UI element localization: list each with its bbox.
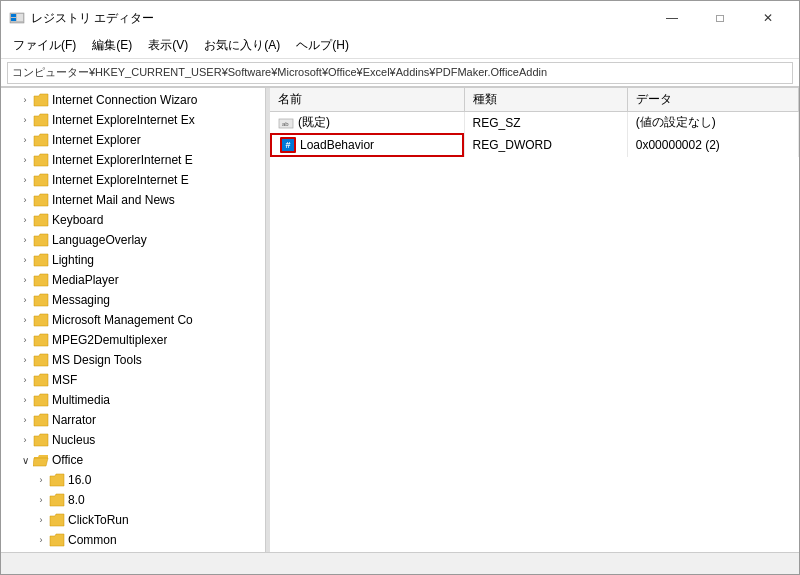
tree-item-office[interactable]: ∨ Office	[1, 450, 265, 470]
expand-icon[interactable]: ›	[17, 272, 33, 288]
tree-item-internet-mail[interactable]: › Internet Mail and News	[1, 190, 265, 210]
expand-icon[interactable]: ›	[33, 492, 49, 508]
expand-icon[interactable]: ›	[17, 232, 33, 248]
expand-icon[interactable]: ›	[33, 512, 49, 528]
expand-icon[interactable]: ›	[17, 312, 33, 328]
tree-panel[interactable]: › Internet Connection Wizaro › Internet …	[1, 88, 266, 552]
expand-icon[interactable]: ›	[17, 192, 33, 208]
expand-icon[interactable]: ›	[17, 372, 33, 388]
menu-help[interactable]: ヘルプ(H)	[288, 35, 357, 56]
expand-icon[interactable]: ∨	[17, 452, 33, 468]
table-row-load-behavior[interactable]: # LoadBehavior REG_DWORD 0x00000002 (2)	[270, 133, 799, 157]
folder-icon	[33, 93, 49, 107]
cell-type-load-behavior: REG_DWORD	[464, 133, 627, 157]
folder-icon	[33, 393, 49, 407]
menu-edit[interactable]: 編集(E)	[84, 35, 140, 56]
tree-item-ms-design-tools[interactable]: › MS Design Tools	[1, 350, 265, 370]
tree-item-ie-ex3[interactable]: › Internet ExploreInternet E	[1, 170, 265, 190]
folder-icon	[33, 153, 49, 167]
expand-icon[interactable]: ›	[17, 132, 33, 148]
tree-item-nucleus[interactable]: › Nucleus	[1, 430, 265, 450]
tree-item-narrator[interactable]: › Narrator	[1, 410, 265, 430]
expand-icon[interactable]: ›	[17, 292, 33, 308]
cell-data-load-behavior: 0x00000002 (2)	[627, 133, 798, 157]
tree-label: LanguageOverlay	[52, 233, 147, 247]
right-panel-scroll[interactable]: 名前 種類 データ ab	[270, 88, 799, 552]
tree-item-messaging[interactable]: › Messaging	[1, 290, 265, 310]
menu-view[interactable]: 表示(V)	[140, 35, 196, 56]
folder-icon	[33, 173, 49, 187]
tree-item-microsoft-mgmt[interactable]: › Microsoft Management Co	[1, 310, 265, 330]
expand-icon[interactable]: ›	[17, 252, 33, 268]
tree-label: Microsoft Management Co	[52, 313, 193, 327]
tree-item-lighting[interactable]: › Lighting	[1, 250, 265, 270]
cell-name-text: (既定)	[298, 114, 330, 131]
menu-file[interactable]: ファイル(F)	[5, 35, 84, 56]
folder-icon	[49, 493, 65, 507]
expand-icon[interactable]: ›	[17, 432, 33, 448]
tree-item-ie-ex1[interactable]: › Internet ExploreInternet Ex	[1, 110, 265, 130]
tree-item-mediaplayer[interactable]: › MediaPlayer	[1, 270, 265, 290]
tree-label: Internet Connection Wizaro	[52, 93, 197, 107]
tree-label: Lighting	[52, 253, 94, 267]
expand-icon[interactable]: ›	[17, 212, 33, 228]
address-path[interactable]: コンピューター¥HKEY_CURRENT_USER¥Software¥Micro…	[7, 62, 793, 84]
expand-icon[interactable]: ›	[17, 412, 33, 428]
app-icon	[9, 10, 25, 26]
menu-favorites[interactable]: お気に入り(A)	[196, 35, 288, 56]
expand-icon[interactable]: ›	[17, 332, 33, 348]
tree-item-office-16[interactable]: › 16.0	[1, 470, 265, 490]
window-title: レジストリ エディター	[31, 10, 154, 27]
tree-item-internet-connection-wizard[interactable]: › Internet Connection Wizaro	[1, 90, 265, 110]
svg-text:ab: ab	[282, 121, 289, 127]
tree-label: 8.0	[68, 493, 85, 507]
folder-icon	[33, 133, 49, 147]
col-header-type[interactable]: 種類	[464, 88, 627, 112]
tree-item-msf[interactable]: › MSF	[1, 370, 265, 390]
svg-rect-3	[17, 14, 23, 21]
svg-rect-1	[11, 14, 16, 17]
tree-item-multimedia[interactable]: › Multimedia	[1, 390, 265, 410]
expand-icon[interactable]: ›	[17, 352, 33, 368]
tree-label: MediaPlayer	[52, 273, 119, 287]
expand-icon[interactable]: ›	[17, 152, 33, 168]
expand-icon[interactable]: ›	[17, 92, 33, 108]
svg-rect-2	[11, 18, 16, 21]
right-panel: 名前 種類 データ ab	[270, 88, 799, 552]
registry-table: 名前 種類 データ ab	[270, 88, 799, 157]
folder-icon	[33, 433, 49, 447]
expand-icon[interactable]: ›	[17, 172, 33, 188]
table-row[interactable]: ab (既定) REG_SZ (値の設定なし)	[270, 112, 799, 134]
tree-label: Internet ExploreInternet E	[52, 173, 189, 187]
expand-icon[interactable]: ›	[17, 392, 33, 408]
title-bar-left: レジストリ エディター	[9, 10, 154, 27]
title-bar-controls: — □ ✕	[649, 6, 791, 30]
cell-type: REG_SZ	[464, 112, 627, 134]
expand-icon[interactable]: ›	[33, 472, 49, 488]
folder-icon	[33, 193, 49, 207]
close-button[interactable]: ✕	[745, 6, 791, 30]
cell-name-load-behavior: # LoadBehavior	[270, 133, 464, 157]
tree-item-language-overlay[interactable]: › LanguageOverlay	[1, 230, 265, 250]
tree-label: ClickToRun	[68, 513, 129, 527]
folder-icon	[49, 473, 65, 487]
address-bar: コンピューター¥HKEY_CURRENT_USER¥Software¥Micro…	[1, 59, 799, 87]
tree-item-clicktorun[interactable]: › ClickToRun	[1, 510, 265, 530]
col-header-name[interactable]: 名前	[270, 88, 464, 112]
maximize-button[interactable]: □	[697, 6, 743, 30]
dword-icon: #	[280, 137, 296, 153]
tree-item-ie[interactable]: › Internet Explorer	[1, 130, 265, 150]
tree-label: Multimedia	[52, 393, 110, 407]
tree-item-ie-ex2[interactable]: › Internet ExplorerInternet E	[1, 150, 265, 170]
col-header-data[interactable]: データ	[627, 88, 798, 112]
expand-icon[interactable]: ›	[33, 532, 49, 548]
registry-editor-window: レジストリ エディター — □ ✕ ファイル(F) 編集(E) 表示(V) お気…	[0, 0, 800, 575]
tree-item-office-8[interactable]: › 8.0	[1, 490, 265, 510]
tree-label: 16.0	[68, 473, 91, 487]
tree-item-keyboard[interactable]: › Keyboard	[1, 210, 265, 230]
minimize-button[interactable]: —	[649, 6, 695, 30]
expand-icon[interactable]: ›	[17, 112, 33, 128]
tree-item-common[interactable]: › Common	[1, 530, 265, 550]
cell-data: (値の設定なし)	[627, 112, 798, 134]
tree-item-mpeg2demux[interactable]: › MPEG2Demultiplexer	[1, 330, 265, 350]
